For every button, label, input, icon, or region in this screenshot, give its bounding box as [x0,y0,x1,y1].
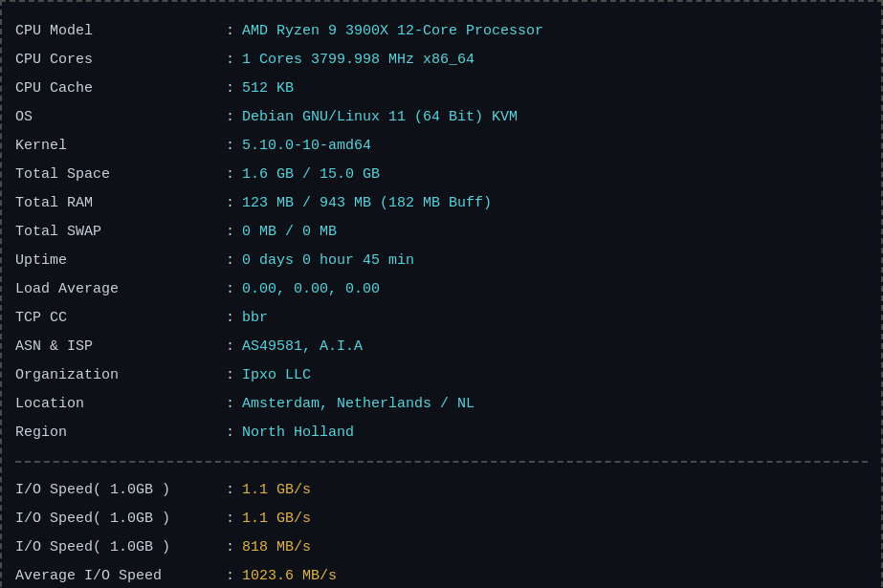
row-value: North Holland [242,422,354,445]
table-row: I/O Speed( 1.0GB ):818 MB/s [15,534,868,562]
row-value: 0 days 0 hour 45 min [242,250,414,272]
table-row: Uptime:0 days 0 hour 45 min [15,247,868,275]
row-colon: : [226,307,234,330]
table-row: CPU Cache:512 KB [15,75,868,103]
row-value: 1 Cores 3799.998 MHz x86_64 [242,49,475,72]
row-label: Location [15,393,226,416]
row-label: CPU Cores [15,49,226,72]
row-colon: : [226,106,234,129]
row-label: Total SWAP [15,221,226,244]
row-label: Kernel [15,135,226,158]
row-value: 1.1 GB/s [242,479,311,502]
row-label: I/O Speed( 1.0GB ) [15,479,226,502]
row-value: 123 MB / 943 MB (182 MB Buff) [242,192,492,215]
row-value: 1.1 GB/s [242,508,311,531]
table-row: Total SWAP:0 MB / 0 MB [15,218,868,247]
row-value: 818 MB/s [242,536,311,559]
system-info-section: CPU Model:AMD Ryzen 9 3900X 12-Core Proc… [15,11,868,453]
row-label: CPU Cache [15,77,226,100]
row-label: Total Space [15,163,226,186]
row-label: TCP CC [15,307,226,330]
row-colon: : [226,508,234,531]
row-colon: : [226,163,234,186]
row-label: I/O Speed( 1.0GB ) [15,508,226,531]
row-label: CPU Model [15,20,226,43]
table-row: Average I/O Speed:1023.6 MB/s [15,562,868,588]
table-row: Organization:Ipxo LLC [15,361,868,390]
row-label: I/O Speed( 1.0GB ) [15,536,226,559]
table-row: OS:Debian GNU/Linux 11 (64 Bit) KVM [15,103,868,132]
row-colon: : [226,221,234,244]
row-value: Ipxo LLC [242,364,311,387]
table-row: TCP CC:bbr [15,304,868,333]
io-speed-section: I/O Speed( 1.0GB ):1.1 GB/sI/O Speed( 1.… [15,470,868,588]
row-label: Average I/O Speed [15,565,226,588]
row-colon: : [226,336,234,359]
row-colon: : [226,250,234,272]
row-colon: : [226,192,234,215]
main-container: CPU Model:AMD Ryzen 9 3900X 12-Core Proc… [0,0,883,588]
row-value: 5.10.0-10-amd64 [242,135,371,158]
row-label: Uptime [15,250,226,272]
row-label: Load Average [15,278,226,301]
section-divider [15,461,868,463]
table-row: Load Average:0.00, 0.00, 0.00 [15,275,868,304]
table-row: I/O Speed( 1.0GB ):1.1 GB/s [15,505,868,534]
row-value: AS49581, A.I.A [242,336,363,359]
row-colon: : [226,479,234,502]
table-row: Location:Amsterdam, Netherlands / NL [15,390,868,419]
row-value: bbr [242,307,268,330]
row-value: 0 MB / 0 MB [242,221,337,244]
row-label: Organization [15,364,226,387]
row-value: 512 KB [242,77,294,100]
row-colon: : [226,20,234,43]
table-row: CPU Cores:1 Cores 3799.998 MHz x86_64 [15,46,868,75]
row-colon: : [226,565,234,588]
row-value: AMD Ryzen 9 3900X 12-Core Processor [242,20,543,43]
row-label: OS [15,106,226,129]
row-value: Amsterdam, Netherlands / NL [242,393,475,416]
table-row: Total Space:1.6 GB / 15.0 GB [15,161,868,189]
row-value: Debian GNU/Linux 11 (64 Bit) KVM [242,106,518,129]
table-row: Region:North Holland [15,419,868,447]
row-colon: : [226,135,234,158]
table-row: Total RAM:123 MB / 943 MB (182 MB Buff) [15,189,868,218]
row-colon: : [226,278,234,301]
row-colon: : [226,77,234,100]
table-row: CPU Model:AMD Ryzen 9 3900X 12-Core Proc… [15,17,868,46]
row-label: Region [15,422,226,445]
row-colon: : [226,393,234,416]
row-colon: : [226,49,234,72]
row-value: 0.00, 0.00, 0.00 [242,278,380,301]
row-value: 1.6 GB / 15.0 GB [242,163,380,186]
table-row: I/O Speed( 1.0GB ):1.1 GB/s [15,476,868,505]
row-value: 1023.6 MB/s [242,565,337,588]
row-colon: : [226,422,234,445]
table-row: ASN & ISP:AS49581, A.I.A [15,333,868,361]
row-label: ASN & ISP [15,336,226,359]
row-label: Total RAM [15,192,226,215]
table-row: Kernel:5.10.0-10-amd64 [15,132,868,161]
row-colon: : [226,536,234,559]
row-colon: : [226,364,234,387]
